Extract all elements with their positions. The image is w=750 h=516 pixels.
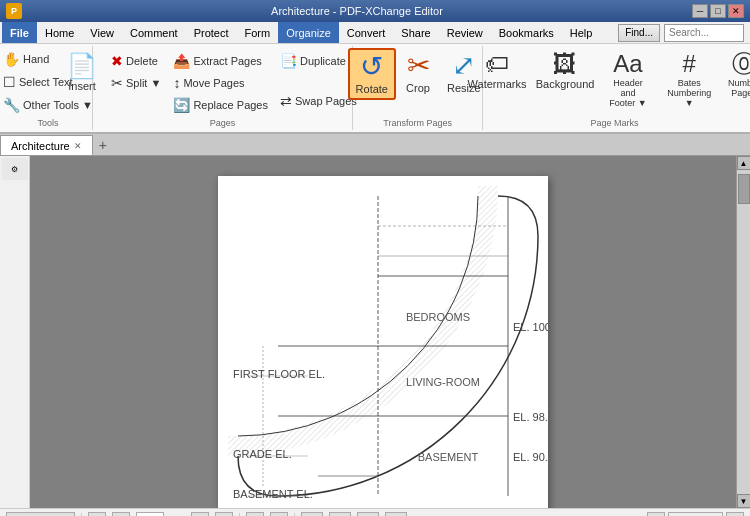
move-icon: ↕ [173, 75, 180, 91]
window-controls[interactable]: ─ □ ✕ [692, 4, 744, 18]
background-icon: 🖼 [553, 52, 577, 76]
vertical-scrollbar[interactable]: ▲ ▼ [736, 156, 750, 508]
watermarks-label: Watermarks [468, 78, 527, 90]
pan-left-button[interactable]: ◀ [246, 512, 264, 517]
title-bar: P Architecture - PDF-XChange Editor ─ □ … [0, 0, 750, 22]
header-footer-icon: Aa [613, 52, 642, 76]
tools-group-label: Tools [38, 116, 59, 128]
menu-organize[interactable]: Organize [278, 22, 339, 43]
number-pages-label: NumberPages [728, 78, 750, 98]
title-bar-left: P [6, 3, 22, 19]
menu-bookmarks[interactable]: Bookmarks [491, 22, 562, 43]
split-label: Split ▼ [126, 77, 161, 89]
scroll-thumb[interactable] [738, 174, 750, 204]
duplicate-icon: 📑 [280, 53, 297, 69]
find-button[interactable]: Find... [618, 24, 660, 42]
ribbon: ✋ Hand ☐ Select Text 🔧 Other Tools ▼ Too… [0, 44, 750, 134]
current-page-input[interactable] [136, 512, 164, 517]
menu-comment[interactable]: Comment [122, 22, 186, 43]
svg-text:BASEMENT EL.: BASEMENT EL. [233, 488, 313, 500]
extract-icon: 📤 [173, 53, 190, 69]
pdf-page: BEDROOMS LIVING-ROOM BASEMENT FIRST FLOO… [218, 176, 548, 508]
divider1 [81, 513, 82, 517]
search-input[interactable] [664, 24, 744, 42]
extract-pages-button[interactable]: 📤 Extract Pages [168, 50, 273, 72]
doc-tab-architecture[interactable]: Architecture ✕ [0, 135, 93, 155]
insert-button[interactable]: 📄 Insert [60, 50, 104, 96]
zoom-select[interactable]: 100% 50% 75% 125% 150% 200% [668, 512, 723, 517]
last-page-button[interactable]: ▶| [215, 512, 233, 517]
rotate-icon: ↺ [360, 53, 383, 81]
status-bar: ⚙ Options... |◀ ◀ / 1 ▶ ▶| ◀ ▶ ▣ ▣▣ ≡ ⊞ … [0, 508, 750, 516]
pages-group-label: Pages [210, 116, 236, 128]
menu-file[interactable]: File [2, 22, 37, 43]
single-page-button[interactable]: ▣ [301, 512, 323, 517]
ribbon-content: ✋ Hand ☐ Select Text 🔧 Other Tools ▼ Too… [0, 44, 750, 132]
divider3 [294, 513, 295, 517]
divider2 [239, 513, 240, 517]
menu-protect[interactable]: Protect [186, 22, 237, 43]
menu-help[interactable]: Help [562, 22, 601, 43]
hand-icon: ✋ [3, 51, 20, 67]
move-label: Move Pages [183, 77, 244, 89]
prev-page-button[interactable]: ◀ [112, 512, 130, 517]
number-pages-button[interactable]: ⓪ NumberPages [723, 48, 750, 102]
header-footer-label: Header andFooter ▼ [607, 78, 649, 108]
menu-home[interactable]: Home [37, 22, 82, 43]
delete-label: Delete [126, 55, 158, 67]
bates-icon: # [683, 52, 696, 76]
pages-col3: 📤 Extract Pages ↕ Move Pages 🔄 Replace P… [168, 50, 273, 116]
zoom-in-button[interactable]: + [726, 512, 744, 517]
header-footer-button[interactable]: Aa Header andFooter ▼ [600, 48, 656, 112]
transform-group-label: Transform Pages [383, 116, 452, 128]
minimize-button[interactable]: ─ [692, 4, 708, 18]
svg-text:FIRST FLOOR EL.: FIRST FLOOR EL. [233, 368, 325, 380]
svg-text:EL. 90.0: EL. 90.0 [513, 451, 548, 463]
next-page-button[interactable]: ▶ [191, 512, 209, 517]
split-button[interactable]: ✂ Split ▼ [106, 72, 166, 94]
move-pages-button[interactable]: ↕ Move Pages [168, 72, 273, 94]
svg-text:EL. 100.0: EL. 100.0 [513, 321, 548, 333]
menu-bar: File Home View Comment Protect Form Orga… [0, 22, 750, 44]
menu-form[interactable]: Form [237, 22, 279, 43]
swap-icon: ⇄ [280, 93, 292, 109]
maximize-button[interactable]: □ [710, 4, 726, 18]
doc-tab-close[interactable]: ✕ [74, 141, 82, 151]
window-title: Architecture - PDF-XChange Editor [22, 5, 692, 17]
pagemarks-buttons: 🏷 Watermarks 🖼 Background Aa Header andF… [464, 48, 750, 116]
watermarks-icon: 🏷 [485, 52, 509, 76]
replace-pages-button[interactable]: 🔄 Replace Pages [168, 94, 273, 116]
other-tools-icon: 🔧 [3, 97, 20, 113]
scroll-down-button[interactable]: ▼ [737, 494, 751, 508]
fit-button[interactable]: ⊞ [385, 512, 407, 517]
two-page-button[interactable]: ▣▣ [329, 512, 351, 517]
background-button[interactable]: 🖼 Background [532, 48, 598, 94]
toolbar-options-button[interactable]: ⚙ [2, 158, 28, 180]
watermarks-button[interactable]: 🏷 Watermarks [464, 48, 530, 94]
delete-icon: ✖ [111, 53, 123, 69]
extract-label: Extract Pages [193, 55, 261, 67]
app-icon: P [6, 3, 22, 19]
first-page-button[interactable]: |◀ [88, 512, 106, 517]
bates-button[interactable]: # BatesNumbering ▼ [658, 48, 721, 112]
menu-share[interactable]: Share [393, 22, 438, 43]
close-button[interactable]: ✕ [728, 4, 744, 18]
replace-icon: 🔄 [173, 97, 190, 113]
zoom-out-button[interactable]: ─ [647, 512, 665, 517]
menu-review[interactable]: Review [439, 22, 491, 43]
add-tab-button[interactable]: + [93, 135, 113, 155]
scroll-mode-button[interactable]: ≡ [357, 512, 379, 517]
doc-tab-bar: Architecture ✕ + [0, 134, 750, 156]
pages-col1: 📄 Insert [60, 50, 104, 96]
menu-view[interactable]: View [82, 22, 122, 43]
rotate-button[interactable]: ↺ Rotate [348, 48, 396, 100]
pdf-viewer[interactable]: BEDROOMS LIVING-ROOM BASEMENT FIRST FLOO… [30, 156, 736, 508]
scroll-up-button[interactable]: ▲ [737, 156, 751, 170]
hand-label: Hand [23, 53, 49, 65]
svg-text:BASEMENT: BASEMENT [418, 451, 479, 463]
crop-button[interactable]: ✂ Crop [398, 48, 438, 98]
delete-button[interactable]: ✖ Delete [106, 50, 166, 72]
menu-convert[interactable]: Convert [339, 22, 394, 43]
pan-right-button[interactable]: ▶ [270, 512, 288, 517]
options-button[interactable]: ⚙ Options... [6, 512, 75, 517]
